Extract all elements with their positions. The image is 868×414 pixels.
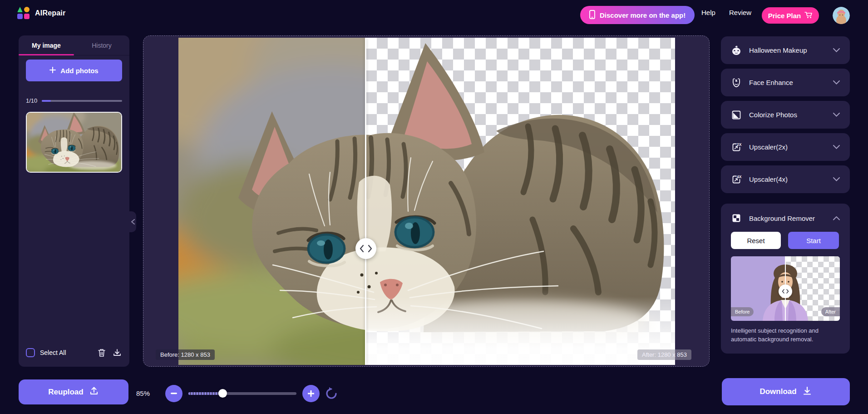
preview-slider-handle[interactable] (779, 284, 792, 298)
colorize-icon (731, 110, 742, 120)
tool-label: Face Enhance (749, 79, 826, 86)
chevron-down-icon (833, 48, 840, 52)
reupload-button[interactable]: Reupload (19, 379, 128, 404)
background-remover-actions: Reset Start (731, 232, 840, 249)
tool-label: Upscaler(4x) (749, 175, 826, 183)
pumpkin-icon (731, 45, 742, 56)
select-all-checkbox[interactable] (26, 348, 35, 357)
app-logo[interactable]: AIRepair (17, 7, 65, 19)
zoom-slider[interactable] (188, 392, 296, 395)
discover-app-button[interactable]: Discover more on the app! (580, 6, 695, 24)
face-mask-icon (731, 77, 742, 88)
photo-counter-row: 1/10 (26, 97, 122, 104)
upload-icon (89, 386, 99, 398)
chevron-down-icon (833, 113, 840, 117)
tool-colorize-photos[interactable]: Colorize Photos (721, 101, 850, 129)
preview-before-badge: Before (731, 307, 754, 316)
tool-halloween-makeup[interactable]: Halloween Makeup (721, 36, 850, 64)
top-bar: AIRepair Discover more on the app! Help … (0, 0, 868, 31)
app-title: AIRepair (35, 9, 65, 17)
preview-after-badge: After (821, 307, 840, 316)
image-list-panel: My image History Add photos 1/10 Select … (19, 35, 129, 367)
delete-button[interactable] (97, 348, 107, 358)
upscaler-icon: 4X (731, 174, 742, 185)
add-photos-label: Add photos (60, 67, 98, 75)
download-icon (113, 348, 122, 357)
photo-quota-bar (42, 100, 122, 102)
background-remover-description: Intelligent subject recognition and auto… (731, 327, 840, 344)
svg-text:2X: 2X (737, 142, 742, 147)
price-plan-label: Price Plan (768, 12, 801, 20)
left-right-arrows-icon (359, 244, 373, 253)
zoom-in-button[interactable] (302, 385, 320, 402)
upscaler-icon: 2X (731, 142, 742, 153)
left-right-arrows-icon (782, 289, 789, 294)
trash-icon (98, 348, 106, 357)
logo-icon (17, 7, 30, 19)
price-plan-button[interactable]: Price Plan (762, 7, 819, 24)
download-button[interactable]: Download (722, 378, 850, 405)
zoom-level-value: 85% (136, 389, 150, 397)
compare-divider-line (365, 38, 366, 365)
tab-history[interactable]: History (74, 35, 129, 55)
tool-background-remover-panel: Background Remover Reset Start Before Af… (721, 204, 850, 354)
zoom-slider-thumb[interactable] (218, 389, 227, 398)
tool-label: Halloween Makeup (749, 46, 826, 54)
chevron-up-icon (833, 216, 840, 220)
compare-slider-handle[interactable] (355, 238, 376, 259)
download-selected-button[interactable] (112, 348, 122, 358)
download-label: Download (760, 387, 796, 396)
rotate-icon (325, 387, 338, 400)
background-remover-header[interactable]: Background Remover (731, 213, 840, 224)
phone-icon (589, 10, 595, 20)
minus-icon (171, 393, 177, 394)
after-size-badge: After: 1280 x 853 (637, 349, 691, 360)
before-size-badge: Before: 1280 x 853 (156, 349, 215, 360)
before-image-half (178, 38, 366, 365)
tool-label: Upscaler(2x) (749, 143, 826, 151)
tool-upscaler-4x[interactable]: 4X Upscaler(4x) (721, 165, 850, 193)
tool-label: Colorize Photos (749, 111, 826, 119)
svg-text:4X: 4X (737, 175, 742, 179)
chevron-left-icon (131, 219, 135, 224)
plus-icon (49, 67, 56, 75)
user-avatar[interactable] (833, 7, 850, 24)
chevron-down-icon (833, 80, 840, 85)
start-button[interactable]: Start (788, 232, 839, 249)
chevron-down-icon (833, 177, 840, 181)
photo-thumbnail-selected[interactable] (26, 112, 122, 173)
review-link[interactable]: Review (729, 9, 751, 16)
reset-button[interactable]: Reset (731, 232, 781, 249)
tool-face-enhance[interactable]: Face Enhance (721, 69, 850, 96)
zoom-out-button[interactable] (165, 385, 182, 402)
select-all-label: Select All (40, 349, 91, 356)
reupload-label: Reupload (48, 388, 83, 397)
chevron-down-icon (833, 145, 840, 149)
plus-icon (308, 390, 314, 397)
before-after-compare (178, 38, 675, 365)
download-icon (802, 386, 812, 398)
editor-canvas: Before: 1280 x 853 After: 1280 x 853 (143, 35, 710, 367)
cart-icon (804, 11, 813, 20)
discover-app-label: Discover more on the app! (600, 11, 686, 19)
after-image-half (366, 38, 675, 365)
select-all-row: Select All (26, 348, 122, 358)
checkerboard-icon (731, 213, 742, 224)
panel-tabs: My image History (19, 35, 129, 55)
tool-upscaler-2x[interactable]: 2X Upscaler(2x) (721, 133, 850, 161)
add-photos-button[interactable]: Add photos (26, 60, 122, 81)
collapse-panel-handle[interactable] (129, 211, 136, 232)
tool-label: Background Remover (749, 214, 826, 222)
background-remover-preview: Before After (731, 256, 840, 321)
reset-view-button[interactable] (323, 385, 340, 402)
help-link[interactable]: Help (701, 9, 715, 16)
photo-counter: 1/10 (26, 97, 37, 104)
airepair-app: AIRepair Discover more on the app! Help … (0, 0, 868, 414)
tab-my-image[interactable]: My image (19, 35, 74, 55)
